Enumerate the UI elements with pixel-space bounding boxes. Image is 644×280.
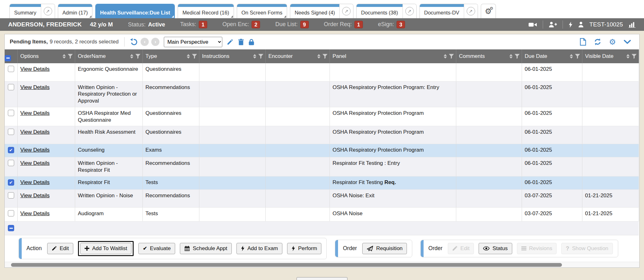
sort-icon[interactable] [317, 54, 320, 59]
filter-icon[interactable] [449, 54, 454, 59]
lock-icon[interactable] [249, 39, 254, 45]
perspective-select[interactable]: Main Perspective [164, 37, 222, 47]
tab-documents-dv[interactable]: Documents-DV [419, 4, 478, 18]
col-header-order-name[interactable]: OrderName [75, 49, 142, 63]
tab-documents[interactable]: Documents (38) [356, 4, 416, 18]
col-header-encounter[interactable]: Encounter [265, 49, 330, 63]
action-bar: Action Edit Add To Waitlist Evaluate Sch… [5, 235, 639, 262]
trash-icon[interactable] [238, 39, 244, 45]
previous-page-icon[interactable] [141, 38, 149, 46]
tab-needs-signed[interactable]: Needs Signed (4) [290, 4, 353, 18]
col-header-visible-date[interactable]: Visible Date [582, 49, 639, 63]
perform-button[interactable]: Perform [287, 243, 321, 254]
video-camera-icon[interactable] [529, 22, 537, 27]
show-question-button[interactable]: Show Question [561, 243, 613, 254]
filter-icon[interactable] [631, 54, 637, 59]
row-checkbox[interactable] [8, 147, 14, 153]
chevron-down-icon[interactable] [624, 40, 631, 44]
row-checkbox[interactable] [8, 110, 14, 116]
tasks-count-badge[interactable]: 1 [199, 21, 207, 28]
cell-encounter [265, 107, 330, 126]
sort-icon[interactable] [63, 54, 66, 59]
schedule-appt-button[interactable]: Schedule Appt [180, 243, 232, 254]
tab-medical-record[interactable]: Medical Record (16) [178, 4, 234, 18]
filter-icon[interactable] [575, 54, 580, 59]
view-details-link[interactable]: View Details [20, 179, 50, 185]
col-header-instructions[interactable]: Instructions [199, 49, 265, 63]
view-details-link[interactable]: View Details [20, 210, 50, 216]
refresh-icon[interactable] [594, 38, 602, 46]
row-checkbox[interactable] [8, 66, 14, 72]
tab-settings-button[interactable] [481, 4, 496, 18]
edit-order-button[interactable]: Edit [448, 243, 474, 254]
sort-icon[interactable] [626, 54, 630, 59]
add-new-orders-button[interactable]: Add New Orders [297, 277, 347, 280]
cell-instructions [199, 107, 265, 126]
view-details-link[interactable]: View Details [20, 193, 50, 199]
tab-on-screen-forms[interactable]: On Screen Forms [237, 4, 287, 18]
open-enc-count-badge[interactable]: 2 [252, 21, 260, 28]
row-checkbox[interactable] [8, 210, 14, 216]
row-checkbox[interactable] [8, 179, 14, 186]
revisions-button[interactable]: Revisions [517, 243, 557, 254]
sort-icon[interactable] [130, 54, 133, 59]
sort-icon[interactable] [187, 54, 190, 59]
lightning-icon[interactable] [569, 22, 573, 28]
row-checkbox[interactable] [8, 129, 14, 135]
view-details-link[interactable]: View Details [20, 84, 50, 90]
filter-icon[interactable] [135, 54, 141, 59]
filter-icon[interactable] [322, 54, 328, 59]
open-new-window-button[interactable] [41, 4, 55, 18]
horizontal-scrollbar[interactable] [5, 262, 639, 267]
filter-icon[interactable] [514, 54, 520, 59]
next-page-icon[interactable] [151, 38, 159, 46]
scrollbar-thumb[interactable] [11, 263, 562, 267]
add-to-exam-button[interactable]: Add to Exam [236, 243, 282, 254]
select-all-checkbox[interactable] [5, 55, 11, 61]
tab-health-surveillance-due-list[interactable]: Health Surveillance:Due List [95, 4, 175, 18]
filter-icon[interactable] [68, 54, 73, 59]
view-details-link[interactable]: View Details [20, 66, 50, 72]
add-person-icon[interactable] [549, 22, 557, 27]
sort-icon[interactable] [253, 54, 256, 59]
new-document-icon[interactable] [580, 38, 586, 46]
view-details-link[interactable]: View Details [20, 129, 50, 135]
sort-icon[interactable] [444, 54, 447, 59]
add-to-waitlist-button[interactable]: Add To Waitlist [80, 243, 132, 254]
sort-icon[interactable] [570, 54, 573, 59]
open-new-window-button[interactable] [464, 4, 478, 18]
status-button[interactable]: Status [479, 243, 512, 254]
view-details-link[interactable]: View Details [20, 160, 50, 166]
filter-icon[interactable] [192, 54, 197, 59]
gear-icon[interactable] [609, 38, 616, 46]
filter-icon[interactable] [258, 54, 264, 59]
edit-button[interactable]: Edit [47, 243, 73, 254]
due-list-count-badge[interactable]: 9 [300, 21, 309, 28]
record-count: 9 records, 2 records selected [50, 39, 119, 45]
tab-admin[interactable]: Admin (17) [58, 4, 93, 18]
row-checkbox[interactable] [8, 192, 14, 199]
col-header-options[interactable]: Options [17, 49, 75, 63]
col-header-comments[interactable]: Comments [456, 49, 522, 63]
row-checkbox[interactable] [8, 84, 14, 90]
undo-icon[interactable] [130, 38, 138, 46]
pencil-icon[interactable] [227, 39, 233, 45]
open-new-window-button[interactable] [339, 4, 353, 18]
open-new-window-button[interactable] [402, 4, 416, 18]
tab-summary[interactable]: Summary [9, 4, 55, 18]
requisition-button[interactable]: Requisition [362, 243, 407, 254]
view-details-link[interactable]: View Details [20, 110, 50, 116]
col-header-due-date[interactable]: Due Date [522, 49, 582, 63]
bar-chart-icon[interactable] [629, 22, 636, 28]
col-header-type[interactable]: Type [142, 49, 199, 63]
person-icon[interactable] [578, 22, 584, 27]
cell-encounter [265, 189, 330, 207]
evaluate-button[interactable]: Evaluate [138, 243, 175, 254]
esign-count-badge[interactable]: 3 [397, 21, 405, 28]
col-header-panel[interactable]: Panel [330, 49, 456, 63]
row-checkbox[interactable] [8, 160, 14, 166]
view-details-link[interactable]: View Details [20, 147, 50, 153]
collapse-selection-checkbox[interactable] [8, 225, 14, 231]
sort-icon[interactable] [509, 54, 513, 59]
order-req-count-badge[interactable]: 1 [354, 21, 363, 28]
